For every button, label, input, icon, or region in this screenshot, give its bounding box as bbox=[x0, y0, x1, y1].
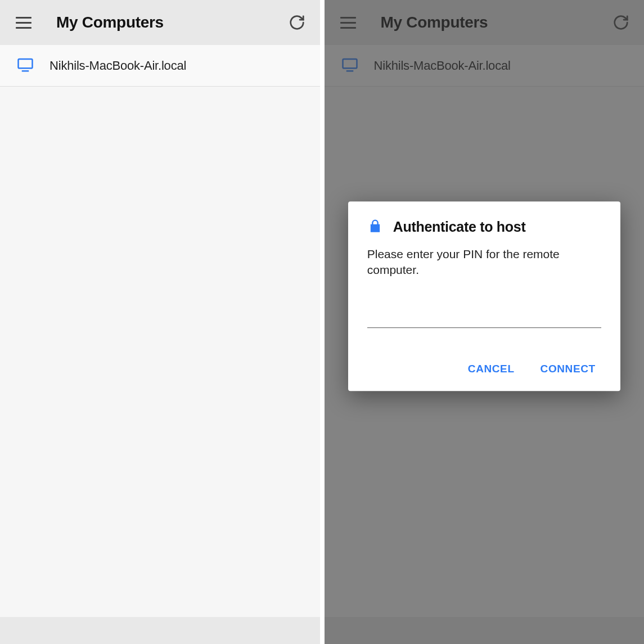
cancel-button[interactable]: CANCEL bbox=[466, 360, 517, 379]
computer-list-item[interactable]: Nikhils-MacBook-Air.local bbox=[325, 45, 645, 87]
connect-button[interactable]: CONNECT bbox=[538, 360, 598, 379]
bottom-bar bbox=[0, 617, 320, 644]
dialog-title: Authenticate to host bbox=[393, 219, 526, 235]
refresh-icon[interactable] bbox=[613, 14, 629, 31]
monitor-icon bbox=[341, 56, 358, 75]
svg-rect-0 bbox=[19, 59, 33, 68]
menu-icon[interactable] bbox=[340, 12, 361, 33]
dialog-actions: CANCEL CONNECT bbox=[367, 360, 601, 379]
computer-list-item[interactable]: Nikhils-MacBook-Air.local bbox=[0, 45, 320, 87]
computer-hostname: Nikhils-MacBook-Air.local bbox=[374, 58, 511, 73]
dialog-message: Please enter your PIN for the remote com… bbox=[367, 246, 601, 278]
monitor-icon bbox=[17, 56, 34, 75]
page-title: My Computers bbox=[381, 13, 488, 31]
page-title: My Computers bbox=[56, 13, 164, 31]
screen-computer-list: My Computers Nikhils-MacBook-Air.local bbox=[0, 0, 322, 644]
auth-dialog: Authenticate to host Please enter your P… bbox=[348, 201, 620, 391]
menu-icon[interactable] bbox=[16, 12, 36, 33]
bottom-bar bbox=[325, 617, 645, 644]
pin-input[interactable] bbox=[367, 307, 601, 328]
computer-hostname: Nikhils-MacBook-Air.local bbox=[49, 58, 186, 73]
screen-computer-list-dialog: My Computers Nikhils-MacBook-Air.local bbox=[322, 0, 645, 644]
svg-rect-2 bbox=[343, 59, 357, 68]
refresh-icon[interactable] bbox=[289, 14, 305, 31]
app-header: My Computers bbox=[325, 0, 645, 45]
lock-icon bbox=[367, 218, 383, 236]
app-header: My Computers bbox=[0, 0, 320, 45]
